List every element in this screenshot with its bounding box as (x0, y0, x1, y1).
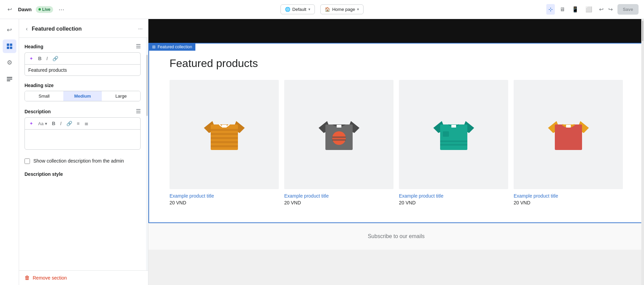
heading-settings-icon[interactable]: ☰ (136, 43, 141, 50)
sidebar-more-button[interactable]: ··· (138, 26, 143, 32)
product-card-4[interactable]: Example product title 20 VND (514, 80, 623, 205)
preview-scrollbar-thumb (642, 21, 643, 41)
product-image-1 (170, 80, 279, 189)
chevron-down-icon: ▾ (308, 7, 310, 12)
main-layout: ↩ ⚙ ‹ Featured collection ··· (0, 19, 644, 285)
redo-button[interactable]: ↪ (606, 4, 615, 15)
more-options-button[interactable]: ··· (57, 4, 66, 15)
font-size-button[interactable]: Aa ▾ (36, 120, 49, 127)
product-price-2: 20 VND (284, 200, 393, 205)
size-medium-button[interactable]: Medium (63, 91, 102, 101)
product-card-2[interactable]: Example product title 20 VND (284, 80, 393, 205)
product-image-4 (514, 80, 623, 189)
homepage-selector-button[interactable]: 🏠 Home page ▾ (320, 4, 364, 14)
rail-components-icon[interactable] (3, 72, 16, 86)
product-image-3 (399, 80, 508, 189)
svg-rect-33 (566, 125, 571, 128)
desc-magic-button[interactable]: ✦ (28, 120, 35, 127)
svg-rect-21 (332, 136, 346, 138)
top-bar: ↩ Dawn Live ··· 🌐 Default ▾ 🏠 Home page … (0, 0, 644, 19)
sidebar-content: Heading ☰ ✦ B I 🔗 Heading size (19, 38, 146, 270)
mobile-view-button[interactable]: 📱 (570, 4, 581, 15)
undo-button[interactable]: ↩ (597, 4, 606, 15)
live-badge: Live (36, 6, 53, 13)
desc-italic-button[interactable]: I (59, 120, 63, 127)
show-collection-desc-label: Show collection description from the adm… (33, 158, 124, 165)
default-label: Default (292, 7, 306, 12)
italic-button[interactable]: I (45, 55, 49, 62)
homepage-label: Home page (332, 7, 355, 12)
rail-settings-icon[interactable]: ⚙ (3, 56, 16, 69)
rail-sections-icon[interactable] (3, 39, 16, 53)
heading-size-label: Heading size (25, 83, 141, 88)
heading-size-options: Small Medium Large (25, 91, 141, 101)
show-collection-desc-checkbox[interactable] (25, 158, 30, 164)
sidebar-header: ‹ Featured collection ··· (19, 19, 148, 38)
svg-rect-27 (443, 131, 449, 137)
heading-label: Heading ☰ (25, 43, 141, 50)
svg-rect-22 (332, 139, 346, 141)
chevron-down-icon-2: ▾ (357, 7, 359, 12)
product-price-4: 20 VND (514, 200, 623, 205)
bold-button[interactable]: B (36, 55, 43, 62)
section-heading: Featured products (170, 57, 623, 70)
svg-rect-13 (211, 141, 238, 143)
desc-bold-button[interactable]: B (50, 120, 57, 127)
sidebar-title: Featured collection (32, 26, 82, 32)
sidebar-scrollbar-thumb (146, 55, 148, 116)
section-badge: ⊞ Featured collection (149, 43, 195, 51)
top-bar-right: ⊹ 🖥 📱 ⬜ ↩ ↪ Save (430, 4, 639, 15)
top-bar-center: 🌐 Default ▾ 🏠 Home page ▾ (218, 4, 426, 14)
svg-rect-1 (10, 44, 12, 46)
live-label: Live (42, 7, 50, 12)
product-price-3: 20 VND (399, 200, 508, 205)
product-title-3[interactable]: Example product title (399, 193, 508, 199)
rail-back-icon[interactable]: ↩ (3, 23, 16, 37)
remove-section-button[interactable]: 🗑 Remove section (25, 275, 67, 281)
desktop-view-button[interactable]: 🖥 (558, 4, 567, 15)
product-card-3[interactable]: Example product title 20 VND (399, 80, 508, 205)
description-style-group: Description style (25, 171, 141, 177)
svg-rect-10 (211, 129, 238, 131)
shirt-orange-svg (200, 111, 248, 158)
svg-rect-11 (211, 133, 238, 135)
description-settings-icon[interactable]: ☰ (136, 108, 141, 115)
sidebar-back-button[interactable]: ‹ (25, 24, 29, 33)
save-button[interactable]: Save (617, 4, 639, 15)
heading-input[interactable] (25, 64, 141, 76)
back-nav-button[interactable]: ↩ (5, 4, 14, 15)
product-card-1[interactable]: Example product title 20 VND (170, 80, 279, 205)
size-small-button[interactable]: Small (25, 91, 63, 101)
product-title-2[interactable]: Example product title (284, 193, 393, 199)
svg-rect-0 (7, 44, 9, 46)
trash-icon: 🗑 (25, 275, 30, 281)
product-title-1[interactable]: Example product title (170, 193, 279, 199)
sidebar-panel: ‹ Featured collection ··· Heading ☰ ✦ B … (19, 19, 148, 285)
svg-rect-32 (555, 124, 582, 150)
sidebar-header-left: ‹ Featured collection (25, 24, 82, 33)
default-selector-button[interactable]: 🌐 Default ▾ (280, 4, 315, 14)
product-title-4[interactable]: Example product title (514, 193, 623, 199)
desc-link-button[interactable]: 🔗 (65, 120, 74, 127)
description-toolbar: ✦ Aa ▾ B I 🔗 ≡ ≣ (25, 117, 141, 129)
svg-rect-3 (10, 47, 12, 49)
size-large-button[interactable]: Large (102, 91, 140, 101)
featured-collection-section[interactable]: ⊞ Featured collection Featured products (148, 43, 644, 223)
icon-rail: ↩ ⚙ (0, 19, 19, 285)
globe-icon: 🌐 (285, 7, 290, 12)
magic-format-button[interactable]: ✦ (28, 55, 35, 62)
product-price-1: 20 VND (170, 200, 279, 205)
description-style-label: Description style (25, 171, 141, 177)
tablet-view-button[interactable]: ⬜ (583, 4, 594, 15)
svg-rect-15 (222, 125, 227, 128)
link-button[interactable]: 🔗 (51, 55, 60, 62)
heading-size-form-group: Heading size Small Medium Large (25, 83, 141, 101)
cursor-tool-button[interactable]: ⊹ (546, 4, 555, 15)
desc-ordered-list-button[interactable]: ≣ (83, 120, 90, 127)
shirt-gray-svg (315, 111, 363, 158)
description-textarea[interactable] (25, 129, 141, 150)
desc-list-button[interactable]: ≡ (75, 120, 81, 127)
svg-rect-4 (7, 77, 12, 78)
description-form-group: Description ☰ ✦ Aa ▾ B I 🔗 ≡ ≣ (25, 108, 141, 151)
show-collection-desc-row: Show collection description from the adm… (25, 158, 141, 165)
